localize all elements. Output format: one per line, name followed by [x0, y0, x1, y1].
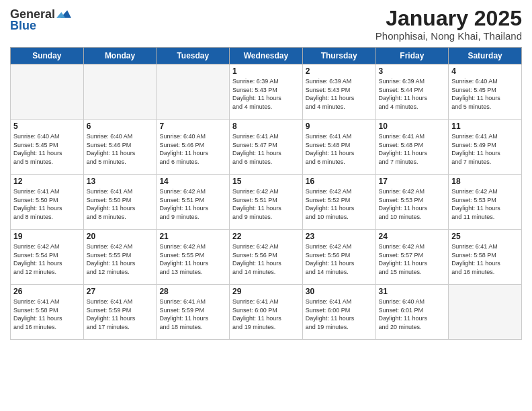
cal-cell: 4Sunrise: 6:40 AM Sunset: 5:45 PM Daylig…	[449, 64, 522, 120]
cell-date: 18	[451, 177, 519, 186]
page: General Blue January 2025 Phonphisai, No…	[0, 0, 532, 411]
cell-info: Sunrise: 6:42 AM Sunset: 5:55 PM Dayligh…	[87, 242, 154, 276]
cell-info: Sunrise: 6:41 AM Sunset: 5:58 PM Dayligh…	[13, 298, 81, 331]
cell-date: 5	[13, 122, 81, 131]
cal-cell	[157, 64, 230, 120]
title-section: January 2025 Phonphisai, Nong Khai, Thai…	[375, 7, 522, 42]
cell-date: 6	[87, 122, 154, 131]
week-row-5: 26Sunrise: 6:41 AM Sunset: 5:58 PM Dayli…	[11, 285, 522, 340]
cell-info: Sunrise: 6:41 AM Sunset: 6:00 PM Dayligh…	[306, 298, 373, 331]
day-header-wednesday: Wednesday	[230, 48, 303, 64]
cal-cell: 23Sunrise: 6:42 AM Sunset: 5:56 PM Dayli…	[302, 230, 375, 285]
cell-info: Sunrise: 6:40 AM Sunset: 6:01 PM Dayligh…	[379, 298, 446, 331]
cell-date: 10	[379, 122, 446, 131]
week-row-4: 19Sunrise: 6:42 AM Sunset: 5:54 PM Dayli…	[11, 230, 522, 285]
cell-date: 16	[306, 177, 373, 186]
cal-cell: 18Sunrise: 6:42 AM Sunset: 5:53 PM Dayli…	[449, 175, 522, 230]
cal-cell: 3Sunrise: 6:39 AM Sunset: 5:44 PM Daylig…	[375, 64, 449, 120]
cell-info: Sunrise: 6:42 AM Sunset: 5:53 PM Dayligh…	[451, 187, 519, 221]
cell-info: Sunrise: 6:39 AM Sunset: 5:43 PM Dayligh…	[232, 77, 300, 111]
cell-date: 20	[87, 232, 154, 241]
cal-cell: 22Sunrise: 6:42 AM Sunset: 5:56 PM Dayli…	[230, 230, 303, 285]
day-header-friday: Friday	[375, 48, 449, 64]
cell-info: Sunrise: 6:42 AM Sunset: 5:51 PM Dayligh…	[232, 187, 300, 221]
week-row-2: 5Sunrise: 6:40 AM Sunset: 5:45 PM Daylig…	[11, 120, 522, 175]
cell-info: Sunrise: 6:40 AM Sunset: 5:45 PM Dayligh…	[451, 77, 519, 111]
logo-blue: Blue	[10, 19, 36, 33]
cal-cell: 30Sunrise: 6:41 AM Sunset: 6:00 PM Dayli…	[302, 285, 375, 340]
cell-info: Sunrise: 6:41 AM Sunset: 5:50 PM Dayligh…	[87, 187, 154, 221]
cal-cell: 31Sunrise: 6:40 AM Sunset: 6:01 PM Dayli…	[375, 285, 449, 340]
cal-cell: 7Sunrise: 6:40 AM Sunset: 5:46 PM Daylig…	[157, 120, 230, 175]
cal-cell: 8Sunrise: 6:41 AM Sunset: 5:47 PM Daylig…	[230, 120, 303, 175]
cal-cell: 25Sunrise: 6:41 AM Sunset: 5:58 PM Dayli…	[449, 230, 522, 285]
cal-cell	[449, 285, 522, 340]
cell-date: 7	[159, 122, 226, 131]
cal-cell: 16Sunrise: 6:42 AM Sunset: 5:52 PM Dayli…	[302, 175, 375, 230]
cell-date: 27	[87, 287, 154, 296]
logo-icon	[56, 7, 71, 21]
cal-cell	[11, 64, 84, 120]
cell-info: Sunrise: 6:42 AM Sunset: 5:52 PM Dayligh…	[306, 187, 373, 221]
cal-cell: 28Sunrise: 6:41 AM Sunset: 5:59 PM Dayli…	[157, 285, 230, 340]
cell-date: 23	[306, 232, 373, 241]
cell-info: Sunrise: 6:42 AM Sunset: 5:51 PM Dayligh…	[159, 187, 226, 221]
cell-info: Sunrise: 6:40 AM Sunset: 5:46 PM Dayligh…	[87, 132, 154, 166]
cell-info: Sunrise: 6:39 AM Sunset: 5:44 PM Dayligh…	[379, 77, 446, 111]
cal-cell: 24Sunrise: 6:42 AM Sunset: 5:57 PM Dayli…	[375, 230, 449, 285]
calendar-body: 1Sunrise: 6:39 AM Sunset: 5:43 PM Daylig…	[11, 64, 522, 340]
cell-info: Sunrise: 6:42 AM Sunset: 5:57 PM Dayligh…	[379, 242, 446, 276]
cell-info: Sunrise: 6:41 AM Sunset: 5:59 PM Dayligh…	[159, 298, 226, 331]
cal-cell: 26Sunrise: 6:41 AM Sunset: 5:58 PM Dayli…	[11, 285, 84, 340]
calendar-subtitle: Phonphisai, Nong Khai, Thailand	[375, 30, 522, 42]
cell-info: Sunrise: 6:41 AM Sunset: 6:00 PM Dayligh…	[232, 298, 300, 331]
cell-info: Sunrise: 6:42 AM Sunset: 5:56 PM Dayligh…	[306, 242, 373, 276]
week-row-3: 12Sunrise: 6:41 AM Sunset: 5:50 PM Dayli…	[11, 175, 522, 230]
cell-date: 28	[159, 287, 226, 296]
cell-info: Sunrise: 6:41 AM Sunset: 5:59 PM Dayligh…	[87, 298, 154, 331]
cell-date: 8	[232, 122, 300, 131]
cell-info: Sunrise: 6:39 AM Sunset: 5:43 PM Dayligh…	[306, 77, 373, 111]
cal-cell	[83, 64, 157, 120]
cell-date: 1	[232, 66, 300, 76]
cell-date: 4	[451, 66, 519, 76]
cal-cell: 5Sunrise: 6:40 AM Sunset: 5:45 PM Daylig…	[11, 120, 84, 175]
day-header-saturday: Saturday	[449, 48, 522, 64]
cell-info: Sunrise: 6:42 AM Sunset: 5:56 PM Dayligh…	[232, 242, 300, 276]
cal-cell: 21Sunrise: 6:42 AM Sunset: 5:55 PM Dayli…	[157, 230, 230, 285]
cell-date: 25	[451, 232, 519, 241]
cal-cell: 17Sunrise: 6:42 AM Sunset: 5:53 PM Dayli…	[375, 175, 449, 230]
cell-date: 14	[159, 177, 226, 186]
cal-cell: 12Sunrise: 6:41 AM Sunset: 5:50 PM Dayli…	[11, 175, 84, 230]
days-header-row: SundayMondayTuesdayWednesdayThursdayFrid…	[11, 48, 522, 64]
cell-info: Sunrise: 6:41 AM Sunset: 5:49 PM Dayligh…	[451, 132, 519, 166]
cal-cell: 10Sunrise: 6:41 AM Sunset: 5:48 PM Dayli…	[375, 120, 449, 175]
cell-info: Sunrise: 6:41 AM Sunset: 5:47 PM Dayligh…	[232, 132, 300, 166]
cal-cell: 1Sunrise: 6:39 AM Sunset: 5:43 PM Daylig…	[230, 64, 303, 120]
day-header-thursday: Thursday	[302, 48, 375, 64]
cell-date: 13	[87, 177, 154, 186]
cell-info: Sunrise: 6:41 AM Sunset: 5:48 PM Dayligh…	[379, 132, 446, 166]
cal-cell: 19Sunrise: 6:42 AM Sunset: 5:54 PM Dayli…	[11, 230, 84, 285]
cell-info: Sunrise: 6:42 AM Sunset: 5:55 PM Dayligh…	[159, 242, 226, 276]
cell-date: 26	[13, 287, 81, 296]
cell-info: Sunrise: 6:41 AM Sunset: 5:50 PM Dayligh…	[13, 187, 81, 221]
cell-date: 17	[379, 177, 446, 186]
cal-cell: 15Sunrise: 6:42 AM Sunset: 5:51 PM Dayli…	[230, 175, 303, 230]
cell-date: 11	[451, 122, 519, 131]
day-header-tuesday: Tuesday	[157, 48, 230, 64]
cal-cell: 20Sunrise: 6:42 AM Sunset: 5:55 PM Dayli…	[83, 230, 157, 285]
cell-date: 30	[306, 287, 373, 296]
cell-date: 29	[232, 287, 300, 296]
cell-date: 22	[232, 232, 300, 241]
cell-info: Sunrise: 6:40 AM Sunset: 5:45 PM Dayligh…	[13, 132, 81, 166]
cal-cell: 14Sunrise: 6:42 AM Sunset: 5:51 PM Dayli…	[157, 175, 230, 230]
day-header-monday: Monday	[83, 48, 157, 64]
cell-date: 31	[379, 287, 446, 296]
cal-cell: 11Sunrise: 6:41 AM Sunset: 5:49 PM Dayli…	[449, 120, 522, 175]
header: General Blue January 2025 Phonphisai, No…	[10, 7, 522, 42]
day-header-sunday: Sunday	[11, 48, 84, 64]
cell-date: 15	[232, 177, 300, 186]
cell-info: Sunrise: 6:40 AM Sunset: 5:46 PM Dayligh…	[159, 132, 226, 166]
cal-cell: 6Sunrise: 6:40 AM Sunset: 5:46 PM Daylig…	[83, 120, 157, 175]
